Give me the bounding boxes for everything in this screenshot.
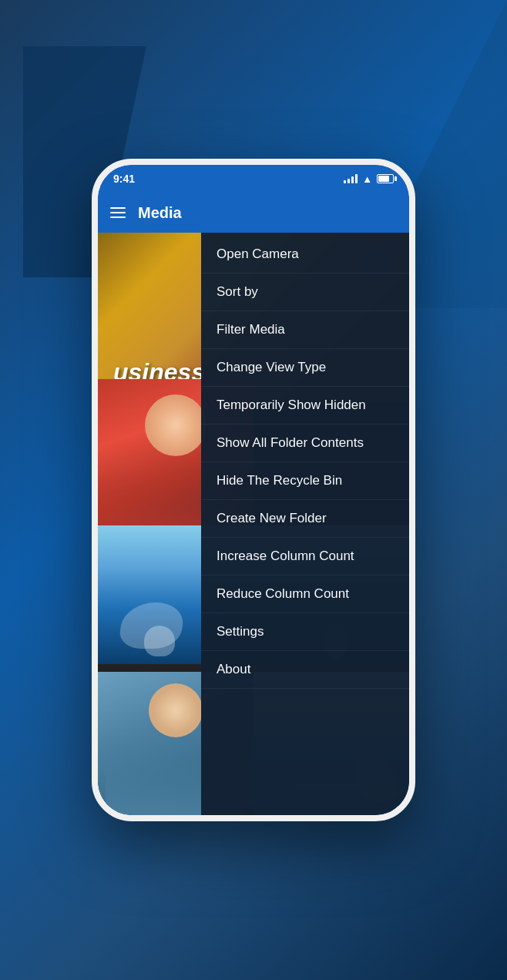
wave-shape-2: [144, 626, 175, 656]
signal-bar-4: [355, 174, 358, 183]
menu-item-sort-by[interactable]: Sort by: [201, 274, 409, 311]
app-bar: Media: [98, 193, 409, 233]
menu-item-open-camera[interactable]: Open Camera: [201, 233, 409, 274]
hamburger-line-3: [110, 216, 126, 218]
battery-icon: [377, 174, 394, 183]
wifi-icon: ▲: [362, 173, 372, 185]
menu-item-create-new-folder[interactable]: Create New Folder: [201, 500, 409, 538]
woman-face: [145, 394, 206, 456]
phone-screen: 9:41 ▲ Media: [98, 165, 409, 815]
app-title: Media: [138, 204, 182, 222]
phone-frame: 9:41 ▲ Media: [92, 159, 415, 821]
menu-item-settings[interactable]: Settings: [201, 613, 409, 651]
dropdown-menu: Open Camera Sort by Filter Media Change …: [201, 233, 409, 815]
hamburger-menu-button[interactable]: [110, 207, 126, 218]
menu-item-about[interactable]: About: [201, 651, 409, 689]
status-time: 9:41: [113, 173, 135, 185]
menu-item-reduce-column-count[interactable]: Reduce Column Count: [201, 576, 409, 613]
menu-item-change-view-type[interactable]: Change View Type: [201, 349, 409, 387]
menu-item-show-all-folder-contents[interactable]: Show All Folder Contents: [201, 425, 409, 462]
signal-bars-icon: [344, 174, 358, 183]
menu-item-filter-media[interactable]: Filter Media: [201, 311, 409, 349]
signal-bar-1: [344, 180, 346, 183]
menu-item-increase-column-count[interactable]: Increase Column Count: [201, 538, 409, 576]
status-icons: ▲: [344, 173, 394, 185]
hamburger-line-1: [110, 207, 126, 209]
menu-item-hide-recycle-bin[interactable]: Hide The Recycle Bin: [201, 462, 409, 500]
menu-item-temporarily-show-hidden[interactable]: Temporarily Show Hidden: [201, 387, 409, 425]
content-area: usiness: [98, 233, 409, 815]
signal-bar-3: [351, 176, 354, 183]
signal-bar-2: [348, 179, 350, 183]
status-bar: 9:41 ▲: [98, 165, 409, 193]
hamburger-line-2: [110, 212, 126, 213]
man-face: [149, 683, 203, 737]
battery-fill: [378, 176, 389, 182]
